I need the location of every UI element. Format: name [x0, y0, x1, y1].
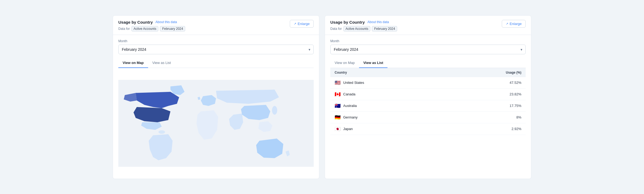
left-panel-title: Usage by Country: [118, 20, 153, 24]
country-cell-0: 🇺🇸 United States: [330, 77, 450, 89]
right-about-link[interactable]: About this data: [367, 20, 389, 24]
left-tab-map[interactable]: View on Map: [118, 59, 148, 68]
col-usage-header: Usage (%): [450, 68, 526, 77]
left-panel: Usage by Country About this data Data fo…: [113, 15, 319, 179]
col-country-header: Country: [330, 68, 450, 77]
usage-cell-3: 8%: [450, 112, 526, 123]
flag-2: 🇦🇺: [335, 103, 341, 108]
world-map-svg: [118, 72, 314, 174]
right-enlarge-label: Enlarge: [510, 22, 522, 26]
left-enlarge-button[interactable]: ↗ Enlarge: [290, 20, 314, 28]
country-cell-4: 🇯🇵 Japan: [330, 123, 450, 135]
country-name-4: Japan: [343, 127, 353, 131]
right-tabs-row: View on Map View as List: [330, 59, 526, 68]
flag-1: 🇨🇦: [335, 92, 341, 97]
left-badge-accounts: Active Accounts: [131, 26, 159, 31]
right-data-for-label: Data for: [330, 27, 342, 31]
country-name-2: Australia: [343, 104, 357, 108]
left-month-label: Month: [118, 39, 314, 43]
country-name-3: Germany: [343, 115, 357, 119]
left-month-select[interactable]: February 2024 January 2024 December 2023: [118, 45, 314, 54]
left-panel-header: Usage by Country About this data Data fo…: [113, 16, 319, 35]
country-cell-1: 🇨🇦 Canada: [330, 88, 450, 100]
left-about-link[interactable]: About this data: [155, 20, 177, 24]
flag-4: 🇯🇵: [335, 127, 341, 131]
usage-cell-2: 17.75%: [450, 100, 526, 112]
table-row: 🇩🇪 Germany 8%: [330, 112, 526, 123]
left-tab-list[interactable]: View as List: [148, 59, 175, 68]
country-cell-2: 🇦🇺 Australia: [330, 100, 450, 112]
left-panel-body: Month February 2024 January 2024 Decembe…: [113, 35, 319, 179]
right-enlarge-icon: ↗: [506, 22, 508, 26]
right-tab-map[interactable]: View on Map: [330, 59, 359, 68]
table-row: 🇺🇸 United States 47.52%: [330, 77, 526, 89]
usage-cell-4: 2.92%: [450, 123, 526, 135]
right-panel-title: Usage by Country: [330, 20, 365, 24]
usage-cell-0: 47.52%: [450, 77, 526, 89]
right-badge-accounts: Active Accounts: [343, 26, 371, 31]
left-tabs-row: View on Map View as List: [118, 59, 314, 68]
usage-cell-1: 23.82%: [450, 88, 526, 100]
right-panel-body: Month February 2024 January 2024 Decembe…: [325, 35, 531, 139]
country-name-1: Canada: [343, 92, 356, 96]
country-usage-table: Country Usage (%) 🇺🇸 United States 47.52…: [330, 68, 526, 135]
left-enlarge-icon: ↗: [294, 22, 296, 26]
panels-container: Usage by Country About this data Data fo…: [113, 15, 531, 179]
left-data-for-label: Data for: [118, 27, 130, 31]
svg-point-2: [272, 106, 277, 114]
right-panel-header: Usage by Country About this data Data fo…: [325, 16, 531, 35]
flag-3: 🇩🇪: [335, 115, 341, 120]
right-month-select[interactable]: February 2024 January 2024 December 2023: [330, 45, 526, 54]
left-badge-month: February 2024: [160, 26, 185, 31]
svg-point-1: [159, 130, 165, 134]
country-cell-3: 🇩🇪 Germany: [330, 112, 450, 123]
country-name-0: United States: [343, 81, 364, 85]
left-map-container: [118, 72, 314, 174]
right-panel: Usage by Country About this data Data fo…: [325, 15, 531, 179]
right-month-label: Month: [330, 39, 526, 43]
table-row: 🇯🇵 Japan 2.92%: [330, 123, 526, 135]
right-tab-list[interactable]: View as List: [359, 59, 387, 68]
left-enlarge-label: Enlarge: [298, 22, 310, 26]
table-header-row: Country Usage (%): [330, 68, 526, 77]
right-enlarge-button[interactable]: ↗ Enlarge: [502, 20, 526, 28]
table-row: 🇦🇺 Australia 17.75%: [330, 100, 526, 112]
table-row: 🇨🇦 Canada 23.82%: [330, 88, 526, 100]
flag-0: 🇺🇸: [335, 80, 341, 85]
right-badge-month: February 2024: [372, 26, 397, 31]
